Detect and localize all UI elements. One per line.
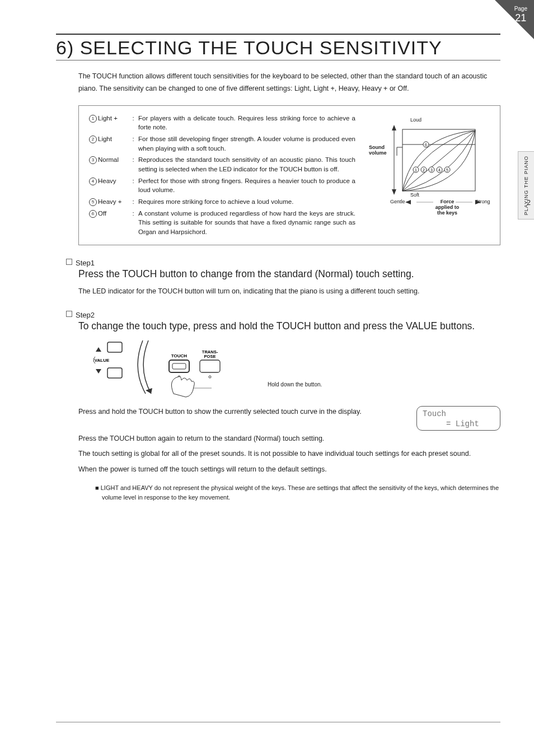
graph-xlabel-1: Force [441, 199, 455, 204]
lcd-line1: Touch [423, 409, 494, 419]
svg-rect-25 [107, 368, 122, 378]
touch-curve-graph: 1 2 3 4 5 6 Loud Soft Sound [363, 114, 492, 237]
svg-marker-1 [392, 125, 396, 130]
option-label: 5Heavy + [89, 197, 128, 207]
svg-marker-24 [96, 347, 101, 352]
svg-text:4: 4 [438, 167, 441, 171]
option-colon: : [130, 134, 136, 153]
options-list: 1Light +:For players with a delicate tou… [89, 114, 355, 237]
svg-text:2: 2 [423, 167, 425, 171]
step1-instruction: Press the TOUCH button to change from th… [78, 268, 500, 280]
option-description: Reproduces the standard touch sensitivit… [138, 155, 355, 174]
step2-instruction: To change the touch type, press and hold… [78, 320, 500, 332]
graph-xlabel-2: applied to [435, 204, 460, 210]
graph-gentle-label: Gentle [390, 199, 405, 204]
step2-heading: Step2 [66, 311, 500, 319]
option-label: 1Light + [89, 114, 128, 132]
svg-rect-29 [169, 360, 189, 372]
side-chapter-number: 2 [527, 199, 531, 207]
svg-text:POSE: POSE [204, 354, 216, 359]
page-label: Page [514, 6, 527, 12]
footnote: LIGHT and HEAVY do not represent the phy… [95, 483, 500, 503]
graph-ylabel-1: Sound [369, 144, 385, 150]
title-underline [56, 60, 500, 60]
svg-rect-30 [172, 363, 186, 369]
svg-text:6: 6 [425, 142, 427, 146]
option-label: 3Normal [89, 155, 128, 174]
page-number: 21 [514, 12, 527, 25]
option-colon: : [130, 209, 136, 237]
option-description: For players with a delicate touch. Requi… [138, 114, 355, 132]
graph-strong-label: Strong [475, 199, 490, 204]
footer-rule [56, 722, 500, 722]
step2-body1: Press and hold the TOUCH button to show … [78, 406, 400, 418]
option-description: A constant volume is produced regardless… [138, 209, 355, 237]
svg-marker-2 [392, 189, 396, 195]
graph-ylabel-2: volume [369, 150, 387, 156]
graph-soft-label: Soft [410, 192, 419, 198]
top-rule [56, 34, 500, 35]
graph-loud-label: Loud [410, 117, 421, 123]
svg-rect-34 [200, 360, 220, 372]
option-description: For those still developing finger streng… [138, 134, 355, 153]
step2-body2: Press the TOUCH button again to return t… [78, 433, 500, 445]
step2-body3: The touch setting is global for all of t… [78, 448, 500, 460]
lcd-line2: = Light [423, 419, 494, 429]
step2-body4: When the power is turned off the touch s… [78, 464, 500, 475]
graph-xlabel-3: the keys [437, 210, 457, 216]
svg-marker-26 [96, 369, 101, 374]
svg-text:5: 5 [446, 167, 448, 171]
option-description: Perfect for those with strong fingers. R… [138, 176, 355, 195]
option-label: 6Off [89, 209, 128, 237]
option-colon: : [130, 114, 136, 132]
svg-text:TOUCH: TOUCH [171, 353, 188, 358]
side-tab: PLAYING THE PIANO [518, 151, 534, 220]
option-colon: : [130, 176, 136, 195]
option-colon: : [130, 197, 136, 207]
options-box: 1Light +:For players with a delicate tou… [78, 105, 500, 245]
button-illustration: VALUE TOUCH TRANS- POSE Hold down the bu… [90, 338, 500, 399]
svg-text:1: 1 [415, 167, 417, 171]
step1-heading: Step1 [66, 259, 500, 267]
document-page: Page 21 PLAYING THE PIANO 2 6) SELECTING… [0, 0, 534, 756]
svg-marker-19 [405, 200, 411, 204]
section-title: 6) SELECTING THE TOUCH SENSITIVITY [56, 37, 500, 59]
option-colon: : [130, 155, 136, 174]
intro-paragraph: The TOUCH function allows different touc… [78, 71, 500, 95]
lcd-display: Touch = Light [416, 406, 500, 431]
page-number-block: Page 21 [514, 6, 527, 25]
option-label: 2Light [89, 134, 128, 153]
step1-body: The LED indicator for the TOUCH button w… [78, 286, 500, 297]
option-description: Requires more striking force to achieve … [138, 197, 355, 207]
svg-point-35 [209, 376, 211, 378]
illustration-caption: Hold down the button. [268, 381, 322, 388]
value-label: VALUE [95, 358, 110, 363]
svg-text:3: 3 [430, 167, 433, 171]
svg-rect-23 [107, 342, 122, 352]
option-label: 4Heavy [89, 176, 128, 195]
